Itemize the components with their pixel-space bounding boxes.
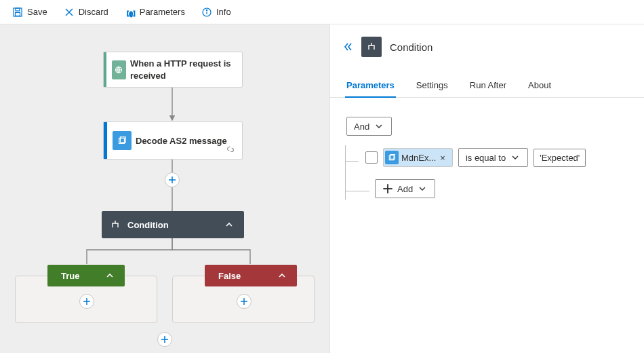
save-icon (12, 7, 23, 18)
condition-right-operand[interactable]: 'Expected' (534, 149, 586, 167)
tab-parameters[interactable]: Parameters (345, 75, 396, 97)
svg-text:[@]: [@] (126, 11, 136, 17)
add-step-true-button[interactable] (79, 294, 94, 309)
add-step-after-button[interactable] (157, 332, 172, 347)
trigger-http-request[interactable]: When a HTTP request is received (103, 52, 243, 88)
decode-icon (113, 131, 132, 150)
plus-icon (382, 183, 393, 194)
parameters-icon: [@] (125, 7, 136, 18)
condition-icon (110, 219, 121, 230)
svg-rect-1 (16, 8, 20, 11)
details-panel: Condition Parameters Settings Run After … (329, 24, 644, 353)
connection-indicator-icon (226, 145, 235, 156)
http-icon (112, 60, 126, 79)
condition-operator-select[interactable]: is equal to (458, 148, 528, 167)
insert-step-button[interactable] (165, 172, 180, 187)
condition-title: Condition (127, 220, 169, 230)
token-remove-icon[interactable]: × (436, 153, 449, 163)
action-condition[interactable]: Condition (102, 211, 244, 238)
action-decode-as2[interactable]: Decode AS2 message (103, 122, 243, 160)
designer-canvas[interactable]: When a HTTP request is received Decode A… (0, 24, 329, 353)
true-branch-header[interactable]: True (47, 265, 125, 286)
tab-about[interactable]: About (527, 75, 552, 97)
info-icon (201, 7, 212, 18)
svg-rect-2 (16, 12, 20, 16)
group-operator-label: And (354, 122, 369, 132)
command-bar: Save Discard [@] Parameters Info (0, 0, 644, 24)
true-label: True (61, 271, 79, 281)
chevron-down-icon (510, 152, 521, 163)
add-label: Add (397, 184, 413, 194)
info-label: Info (216, 7, 231, 17)
group-operator-select[interactable]: And (346, 117, 392, 136)
parameters-label: Parameters (140, 7, 185, 17)
chevron-down-icon (417, 183, 428, 194)
collapse-panel-icon[interactable] (342, 41, 353, 52)
info-button[interactable]: Info (195, 4, 238, 20)
tab-run-after[interactable]: Run After (468, 75, 508, 97)
save-label: Save (27, 7, 47, 17)
discard-button[interactable]: Discard (57, 4, 115, 20)
panel-title: Condition (390, 41, 432, 53)
parameters-button[interactable]: [@] Parameters (118, 4, 192, 20)
panel-tabs: Parameters Settings Run After About (330, 75, 644, 98)
decode-title: Decode AS2 message (136, 130, 234, 151)
token-icon (385, 151, 399, 164)
chevron-up-icon[interactable] (277, 270, 287, 281)
false-label: False (218, 271, 241, 281)
chevron-down-icon (374, 121, 384, 132)
chevron-up-icon[interactable] (104, 270, 115, 281)
condition-left-operand[interactable]: MdnEx... × (383, 148, 453, 167)
value-text: 'Expected' (540, 153, 580, 163)
add-condition-button[interactable]: Add (375, 179, 435, 198)
tab-settings[interactable]: Settings (415, 75, 449, 97)
chevron-up-icon[interactable] (224, 219, 235, 230)
panel-condition-icon (361, 37, 382, 57)
save-button[interactable]: Save (5, 4, 54, 20)
discard-icon (64, 7, 75, 18)
token-text: MdnEx... (401, 153, 436, 163)
svg-point-8 (206, 10, 207, 10)
operator-label: is equal to (466, 153, 506, 163)
trigger-title: When a HTTP request is received (130, 52, 242, 87)
add-step-false-button[interactable] (237, 294, 251, 309)
discard-label: Discard (79, 7, 108, 17)
condition-row-checkbox[interactable] (365, 151, 378, 164)
false-branch-header[interactable]: False (205, 265, 297, 286)
